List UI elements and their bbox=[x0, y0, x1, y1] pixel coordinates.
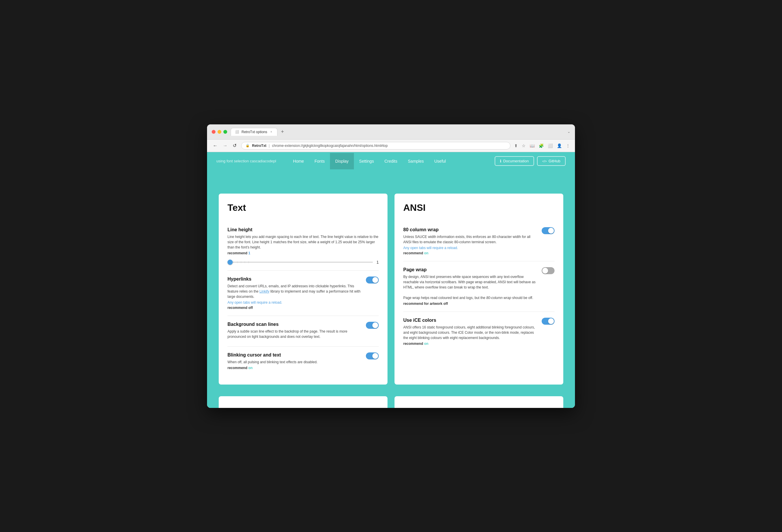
back-button[interactable]: ← bbox=[211, 142, 219, 149]
page-wrap-toggle-track[interactable] bbox=[542, 267, 555, 274]
line-height-setting: Line height Line height lets you add mar… bbox=[227, 221, 379, 271]
nav-brand: using font selection cascadiacodepl bbox=[216, 159, 276, 163]
ice-colors-toggle[interactable] bbox=[542, 318, 555, 325]
bottom-card-right bbox=[394, 396, 563, 408]
nav-samples[interactable]: Samples bbox=[403, 153, 429, 169]
minimize-button[interactable] bbox=[218, 130, 221, 134]
80-column-header: 80 column wrap Unless SAUCE width inform… bbox=[403, 227, 555, 255]
ansi-card: ANSI 80 column wrap Unless SAUCE width i… bbox=[394, 193, 563, 385]
text-card-title: Text bbox=[227, 202, 379, 213]
80-column-toggle-track[interactable] bbox=[542, 227, 555, 234]
blinking-cursor-toggle-track[interactable] bbox=[366, 352, 379, 359]
hyperlinks-recommend: recommend off bbox=[227, 306, 361, 310]
github-button[interactable]: </> GitHub bbox=[537, 156, 566, 166]
hyperlinks-title: Hyperlinks bbox=[227, 277, 361, 282]
80-column-setting: 80 column wrap Unless SAUCE width inform… bbox=[403, 221, 555, 261]
ice-colors-header: Use iCE colors ANSI offers 16 static for… bbox=[403, 318, 555, 346]
line-height-slider-track[interactable] bbox=[227, 261, 373, 263]
slider-value: 1 bbox=[377, 260, 379, 264]
page-wrap-toggle[interactable] bbox=[542, 267, 555, 274]
blinking-cursor-toggle[interactable] bbox=[366, 352, 379, 359]
80-column-reload: Any open tabs will require a reload. bbox=[403, 246, 537, 250]
80-column-info: 80 column wrap Unless SAUCE width inform… bbox=[403, 227, 537, 255]
blinking-cursor-header: Blinking cursor and text When off, all p… bbox=[227, 352, 379, 370]
blinking-cursor-desc: When off, all pulsing and blinking text … bbox=[227, 359, 361, 365]
80-column-title: 80 column wrap bbox=[403, 227, 537, 233]
ice-colors-toggle-track[interactable] bbox=[542, 318, 555, 325]
nav-fonts[interactable]: Fonts bbox=[309, 153, 330, 169]
nav-credits[interactable]: Credits bbox=[379, 153, 402, 169]
address-input[interactable]: 🔒 RetroTxt | chrome-extension://gkjkgilc… bbox=[241, 142, 510, 149]
hyperlinks-toggle-track[interactable] bbox=[366, 277, 379, 284]
nav-buttons: ← → ↺ bbox=[211, 142, 238, 149]
hyperlinks-reload: Any open tabs will require a reload. bbox=[227, 300, 361, 305]
more-options-icon[interactable]: ⋮ bbox=[565, 142, 571, 149]
bookmark-icon[interactable]: ☆ bbox=[521, 142, 527, 149]
slider-tick bbox=[245, 261, 245, 263]
page-wrap-recommend: recommend for artwork off bbox=[403, 302, 537, 306]
scan-lines-toggle[interactable] bbox=[366, 322, 379, 329]
linkify-link[interactable]: Linkify bbox=[259, 289, 269, 293]
blinking-cursor-toggle-thumb bbox=[372, 353, 378, 359]
address-url: chrome-extension://gkjkgilckngllkopkogca… bbox=[272, 144, 388, 148]
slider-tick bbox=[241, 261, 241, 263]
page-wrap-info: Page wrap By design, ANSI text preserves… bbox=[403, 267, 537, 306]
documentation-button[interactable]: ℹ Documentation bbox=[495, 156, 534, 166]
ansi-card-title: ANSI bbox=[403, 202, 555, 213]
tab-expand-icon: ⌄ bbox=[567, 130, 570, 134]
line-height-slider-thumb[interactable] bbox=[227, 259, 233, 265]
forward-button[interactable]: → bbox=[221, 142, 229, 149]
ice-colors-info: Use iCE colors ANSI offers 16 static for… bbox=[403, 318, 537, 346]
nav-actions: ℹ Documentation </> GitHub bbox=[495, 156, 566, 166]
text-card: Text Line height Line height lets you ad… bbox=[219, 193, 388, 385]
scan-lines-header: Background scan lines Apply a subtle sca… bbox=[227, 322, 379, 341]
nav-settings[interactable]: Settings bbox=[354, 153, 379, 169]
title-bar: ⬜ RetroTxt options × + ⌄ bbox=[207, 125, 575, 140]
page-wrap-toggle-thumb bbox=[542, 268, 548, 274]
line-height-slider-container: 1 bbox=[227, 260, 379, 264]
hyperlinks-header: Hyperlinks Detect and convert URLs, emai… bbox=[227, 277, 379, 310]
hyperlinks-desc: Detect and convert URLs, emails, and IP … bbox=[227, 284, 361, 299]
tab-close-button[interactable]: × bbox=[270, 130, 273, 134]
scan-lines-toggle-track[interactable] bbox=[366, 322, 379, 329]
hero-area bbox=[207, 170, 575, 193]
nav-useful[interactable]: Useful bbox=[429, 153, 451, 169]
maximize-button[interactable] bbox=[223, 130, 227, 134]
page-wrap-setting: Page wrap By design, ANSI text preserves… bbox=[403, 261, 555, 312]
share-icon[interactable]: ⬆ bbox=[513, 142, 519, 149]
profile-icon[interactable]: 👤 bbox=[556, 142, 563, 149]
80-column-toggle-thumb bbox=[548, 228, 554, 234]
nav-display[interactable]: Display bbox=[330, 153, 354, 169]
line-height-header: Line height Line height lets you add mar… bbox=[227, 227, 379, 264]
80-column-desc: Unless SAUCE width information exists, t… bbox=[403, 234, 537, 245]
close-button[interactable] bbox=[212, 130, 215, 134]
bottom-card-left bbox=[219, 396, 388, 408]
reading-list-icon[interactable]: 📖 bbox=[529, 142, 536, 149]
extensions-icon[interactable]: 🧩 bbox=[538, 142, 544, 149]
slider-tick bbox=[233, 261, 234, 263]
tab-title: RetroTxt options bbox=[242, 130, 267, 134]
hyperlinks-setting: Hyperlinks Detect and convert URLs, emai… bbox=[227, 271, 379, 316]
blinking-cursor-title: Blinking cursor and text bbox=[227, 352, 361, 358]
github-icon: </> bbox=[542, 159, 547, 163]
split-view-icon[interactable]: ⬜ bbox=[547, 142, 554, 149]
active-tab[interactable]: ⬜ RetroTxt options × bbox=[231, 128, 277, 136]
page-wrap-title: Page wrap bbox=[403, 267, 537, 273]
scan-lines-setting: Background scan lines Apply a subtle sca… bbox=[227, 316, 379, 347]
ice-colors-desc: ANSI offers 16 static foreground colours… bbox=[403, 325, 537, 341]
scan-lines-desc: Apply a subtle scan line effect to the b… bbox=[227, 329, 361, 339]
new-tab-button[interactable]: + bbox=[279, 129, 286, 135]
line-height-desc: Line height lets you add margin spacing … bbox=[227, 234, 379, 250]
80-column-toggle[interactable] bbox=[542, 227, 555, 234]
hyperlinks-toggle-thumb bbox=[372, 277, 378, 283]
nav-home[interactable]: Home bbox=[288, 153, 309, 169]
browser-window: ⬜ RetroTxt options × + ⌄ ← → ↺ 🔒 RetroTx… bbox=[207, 125, 575, 408]
hyperlinks-info: Hyperlinks Detect and convert URLs, emai… bbox=[227, 277, 361, 310]
scan-lines-info: Background scan lines Apply a subtle sca… bbox=[227, 322, 361, 341]
doc-icon: ℹ bbox=[500, 159, 501, 163]
blinking-cursor-setting: Blinking cursor and text When off, all p… bbox=[227, 347, 379, 376]
hyperlinks-toggle[interactable] bbox=[366, 277, 379, 284]
refresh-button[interactable]: ↺ bbox=[231, 142, 238, 149]
nav-links: Home Fonts Display Settings Credits Samp… bbox=[288, 153, 495, 169]
blinking-cursor-recommend: recommend on bbox=[227, 366, 361, 370]
